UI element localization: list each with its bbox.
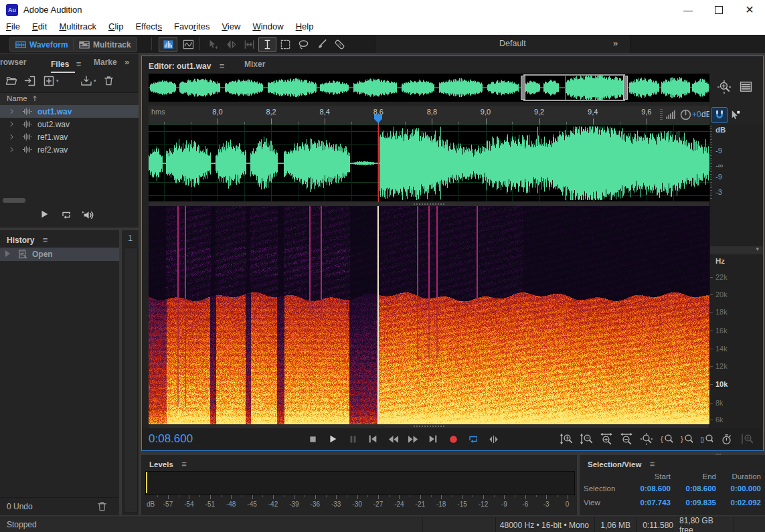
collapsed-panel-strip[interactable]: 1 <box>122 230 139 515</box>
selection-view-panel-menu-icon[interactable]: ≡ <box>650 459 655 469</box>
sv-value[interactable]: 0:00.000 <box>716 484 761 499</box>
expand-chevron-icon[interactable] <box>8 133 15 141</box>
files-column-header[interactable]: Name <box>0 92 139 106</box>
playhead-marker[interactable] <box>374 114 382 123</box>
waveform-overview[interactable] <box>149 74 709 102</box>
expand-chevron-icon[interactable] <box>8 108 15 115</box>
zoom-full-button[interactable] <box>637 432 655 446</box>
hud-gain-value[interactable]: +0 <box>692 110 701 119</box>
menu-help[interactable]: Help <box>290 20 320 33</box>
clear-history-trash-icon[interactable] <box>96 501 108 512</box>
spot-healing-brush-tool-icon[interactable] <box>331 37 349 52</box>
grip-dots-icon[interactable] <box>660 109 663 121</box>
marquee-selection-tool-icon[interactable] <box>276 37 294 52</box>
zoom-navigate-icon[interactable] <box>717 80 731 94</box>
menu-effects[interactable]: Effects <box>129 20 168 33</box>
tab-markers[interactable]: Marke <box>94 58 117 67</box>
tab-files[interactable]: Files ≡ <box>51 58 81 73</box>
new-content-icon[interactable]: ▾ <box>43 75 59 87</box>
record-button[interactable] <box>444 432 462 446</box>
skip-selection-button[interactable] <box>485 432 502 446</box>
zoom-out-amplitude-button[interactable] <box>577 432 595 446</box>
zoom-to-in-point-button[interactable]: { <box>657 432 675 446</box>
levels-major-tick <box>294 495 294 499</box>
import-file-icon[interactable] <box>24 75 36 87</box>
waveform-mode-button[interactable]: Waveform <box>9 37 74 52</box>
sv-value[interactable]: 0:08.600 <box>671 484 716 499</box>
skip-to-end-button[interactable] <box>424 432 442 446</box>
paintbrush-tool-icon[interactable] <box>313 37 331 52</box>
waveform-display[interactable] <box>149 124 709 202</box>
workspace-more-chevron-icon[interactable]: » <box>613 38 618 48</box>
horizontal-scrollbar-thumb[interactable] <box>3 198 25 203</box>
zoom-to-out-point-button[interactable]: } <box>677 432 695 446</box>
tab-editor[interactable]: Editor: out1.wav ≡ <box>149 60 224 75</box>
save-icon[interactable]: ▾ <box>80 75 96 87</box>
play-icon[interactable] <box>39 209 50 219</box>
playhead-time-display[interactable]: 0:08.600 <box>149 432 193 446</box>
zoom-in-amplitude-button[interactable] <box>557 432 575 446</box>
sv-value[interactable]: 0:08.600 <box>624 484 671 499</box>
play-button[interactable] <box>324 432 341 446</box>
skip-to-start-button[interactable] <box>364 432 381 446</box>
menu-file[interactable]: File <box>0 20 26 33</box>
file-row-out2.wav[interactable]: out2.wav <box>0 118 139 130</box>
magnet-icon[interactable] <box>711 107 728 123</box>
edit-pointer-icon[interactable] <box>728 107 742 122</box>
loop-icon[interactable] <box>60 209 72 221</box>
zoom-out-time-button[interactable] <box>617 432 635 446</box>
fast-forward-button[interactable] <box>404 432 422 446</box>
files-panel-menu-icon[interactable]: ≡ <box>76 59 82 69</box>
menu-clip[interactable]: Clip <box>102 20 129 33</box>
spectral-view-icon[interactable] <box>179 37 197 52</box>
file-row-ref1.wav[interactable]: ref1.wav <box>0 130 139 143</box>
minimize-button[interactable]: — <box>673 0 703 20</box>
auto-play-speaker-icon[interactable] <box>82 209 94 221</box>
expand-chevron-icon[interactable] <box>8 146 15 153</box>
editor-panel-menu-icon[interactable]: ≡ <box>220 61 225 71</box>
zoom-in-time-button[interactable] <box>597 432 615 446</box>
history-entry-open[interactable]: Open <box>0 248 119 261</box>
menu-edit[interactable]: Edit <box>26 20 53 33</box>
file-row-ref2.wav[interactable]: ref2.wav <box>0 143 139 156</box>
workspace-selector[interactable]: Default <box>499 39 526 48</box>
files-toolbar: ▾▾ <box>5 74 133 91</box>
levels-minor-tick <box>410 495 410 497</box>
history-panel-menu-icon[interactable]: ≡ <box>43 235 48 245</box>
delete-icon[interactable] <box>103 75 114 86</box>
stop-button[interactable] <box>304 432 321 446</box>
waveform-view-icon[interactable] <box>159 37 177 52</box>
lasso-selection-tool-icon[interactable] <box>294 37 313 52</box>
close-button[interactable]: ✕ <box>734 0 765 20</box>
maximize-button[interactable] <box>703 0 734 20</box>
scale-divider[interactable]: ▾ <box>710 246 763 254</box>
rewind-button[interactable] <box>384 432 402 446</box>
expand-chevron-icon[interactable] <box>8 120 15 128</box>
sv-value[interactable]: 0:02.092 <box>716 499 761 513</box>
menu-window[interactable]: Window <box>246 20 289 33</box>
multitrack-mode-button[interactable]: Multitrack <box>73 37 137 52</box>
menu-favorites[interactable]: Favorites <box>168 20 216 33</box>
files-tabs-more-icon[interactable]: » <box>124 57 129 67</box>
menu-view[interactable]: View <box>216 20 246 33</box>
sv-value[interactable]: 0:07.743 <box>624 499 671 513</box>
menu-multitrack[interactable]: Multitrack <box>53 20 102 33</box>
panel-list-icon[interactable] <box>740 80 752 93</box>
open-file-icon[interactable] <box>5 75 17 87</box>
hud-knob-icon[interactable] <box>679 108 692 121</box>
tab-media-browser[interactable]: rowser <box>0 58 26 67</box>
file-row-out1.wav[interactable]: out1.wav <box>0 105 139 118</box>
sv-value[interactable]: 0:09.835 <box>671 499 716 513</box>
timer-button[interactable] <box>717 432 736 446</box>
move-tool-icon <box>204 37 222 52</box>
vertical-scale-column[interactable]: dB -9-∞-9-3 ▾ Hz 22k20k18k16k14k12k10k8k… <box>709 124 763 428</box>
levels-panel-menu-icon[interactable]: ≡ <box>181 459 187 469</box>
timeline-ruler[interactable]: hms 8,08,28,48,68,89,09,29,49,6 +0 dB <box>149 106 709 125</box>
history-header: History ≡ <box>7 234 48 246</box>
time-selection-tool-icon[interactable] <box>258 37 276 52</box>
loop-playback-button[interactable] <box>464 432 482 446</box>
tab-mixer[interactable]: Mixer <box>244 60 265 69</box>
level-meter-icon[interactable] <box>665 109 677 120</box>
spectrogram-display[interactable] <box>149 206 709 424</box>
zoom-to-selection-button[interactable]: {} <box>697 432 715 446</box>
